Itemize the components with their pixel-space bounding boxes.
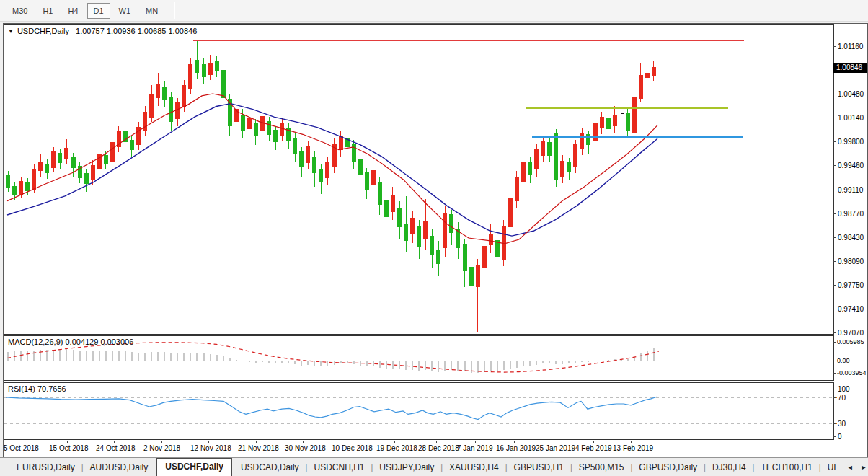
price-axis-label: 0.99110: [838, 186, 864, 194]
tab-audusd-daily[interactable]: AUDUSD,Daily: [84, 459, 155, 475]
tab-usdjpy-daily[interactable]: USDJPY,Daily: [373, 459, 440, 475]
candle-body: [169, 98, 173, 122]
candle-body: [300, 152, 304, 166]
rsi-pane[interactable]: [4, 383, 834, 440]
candle-body: [391, 196, 394, 211]
candle-body: [110, 143, 114, 161]
candle-body: [580, 133, 584, 148]
price-axis-label: 0.98430: [838, 234, 864, 242]
date-axis-label: 7 Jan 2019: [457, 444, 493, 452]
toolbar-separator: [174, 2, 175, 19]
chart-canvas[interactable]: 1.011601.004801.001400.998000.994600.991…: [4, 24, 866, 456]
candle-body: [495, 241, 499, 257]
price-axis-label: 1.01160: [838, 43, 864, 50]
candle-body: [521, 162, 525, 182]
price-axis-label: 0.98090: [838, 257, 864, 265]
candle-body: [411, 219, 415, 234]
candle-body: [430, 236, 434, 255]
rsi-axis-label: 100: [838, 385, 850, 393]
candle-body: [313, 157, 316, 172]
candle-body: [508, 199, 512, 227]
date-axis-label: 30 Nov 2018: [285, 444, 326, 452]
candle-body: [541, 141, 545, 155]
candle-body: [195, 60, 199, 72]
rsi-axis-label: 70: [838, 394, 846, 402]
candle-body: [437, 250, 440, 264]
candle-body: [13, 186, 17, 195]
timeframe-button-mn[interactable]: MN: [139, 3, 164, 19]
date-axis-label: 4 Feb 2019: [575, 444, 612, 452]
candle-body: [632, 97, 636, 133]
candle-body: [535, 150, 539, 169]
timeframe-toolbar: M30H1H4D1W1MN: [0, 0, 868, 22]
tab-gbpusd-h1[interactable]: GBPUSD,H1: [508, 459, 570, 475]
chart-window: 1.011601.004801.001400.998000.994600.991…: [3, 23, 868, 458]
tab-scroll-left-button[interactable]: ◄: [844, 462, 856, 472]
candle-body: [45, 164, 49, 173]
timeframe-button-h1[interactable]: H1: [36, 3, 59, 19]
date-axis-label: 25 Jan 2019: [536, 444, 575, 452]
tab-dj30-h4[interactable]: DJ30,H4: [706, 459, 753, 475]
timeframe-button-d1[interactable]: D1: [87, 3, 110, 19]
candle-body: [58, 154, 62, 163]
price-axis-label: 1.00480: [838, 90, 864, 98]
candle-body: [326, 162, 329, 177]
candle-body: [182, 85, 186, 106]
rsi-axis-label: 30: [838, 420, 846, 428]
date-axis-label: 16 Jan 2019: [496, 444, 536, 452]
tab-usdchf-daily[interactable]: USDCHF,Daily: [156, 458, 232, 476]
candle-body: [567, 162, 571, 172]
candle-body: [358, 159, 362, 175]
candle-body: [417, 226, 421, 246]
chart-symbol-label: USDCHF,Daily: [17, 27, 69, 35]
candle-body: [215, 61, 218, 71]
candle-body: [463, 245, 466, 271]
candle-body: [274, 131, 278, 142]
candle-body: [97, 154, 101, 169]
main-chart-pane[interactable]: [4, 25, 834, 335]
candle-body: [176, 103, 180, 119]
chart-title: ▼ USDCHF,Daily 1.00757 1.00936 1.00685 1…: [8, 27, 197, 35]
candle-body: [469, 268, 473, 285]
date-axis-label: 21 Nov 2018: [238, 444, 279, 452]
candle-body: [574, 145, 577, 166]
candle-body: [319, 169, 323, 182]
date-axis-label: 2 Nov 2018: [143, 444, 181, 452]
tab-scroll-right-button[interactable]: ►: [858, 462, 868, 472]
tab-gbpusd-daily[interactable]: GBPUSD,Daily: [632, 459, 704, 475]
candle-body: [548, 143, 552, 155]
candle-body: [156, 84, 160, 97]
candle-body: [554, 133, 558, 180]
macd-axis-label: 0.00: [837, 357, 850, 364]
candle-body: [267, 122, 271, 134]
date-axis-label: 15 Oct 2018: [49, 444, 89, 452]
tab-tech100-h1[interactable]: TECH100,H1: [754, 459, 818, 475]
candle-body: [39, 162, 43, 171]
candle-body: [221, 70, 225, 98]
candle-body: [293, 138, 297, 154]
candle-body: [652, 67, 655, 76]
mt4-terminal: { "toolbar": { "timeframes": [ {"label":…: [0, 0, 868, 476]
timeframe-button-m30[interactable]: M30: [6, 3, 34, 19]
candle-body: [606, 119, 610, 129]
tab-eurusd-daily[interactable]: EURUSD,Daily: [10, 459, 81, 475]
timeframe-button-w1[interactable]: W1: [112, 3, 138, 19]
macd-axis-label: 0.005985: [837, 338, 864, 345]
candle-body: [371, 171, 375, 185]
chart-ohlc-values: 1.00757 1.00936 1.00685 1.00846: [76, 27, 197, 35]
tab-usdcad-daily[interactable]: USDCAD,Daily: [234, 459, 306, 475]
tab-sp500-m15[interactable]: SP500,M15: [572, 459, 631, 475]
candle-body: [489, 234, 492, 245]
date-axis-label: 19 Dec 2018: [376, 444, 417, 452]
tab-ui[interactable]: UI: [821, 459, 843, 475]
candle-body: [280, 123, 284, 136]
tab-usdcnh-h1[interactable]: USDCNH,H1: [307, 459, 371, 475]
date-axis-label: 5 Oct 2018: [4, 444, 39, 452]
timeframe-button-h4[interactable]: H4: [61, 3, 84, 19]
candle-body: [613, 115, 616, 126]
candle-body: [32, 169, 36, 189]
candle-body: [247, 118, 251, 129]
candle-body: [104, 155, 107, 164]
tab-xauusd-h4[interactable]: XAUUSD,H4: [443, 459, 505, 475]
candle-body: [626, 113, 629, 131]
